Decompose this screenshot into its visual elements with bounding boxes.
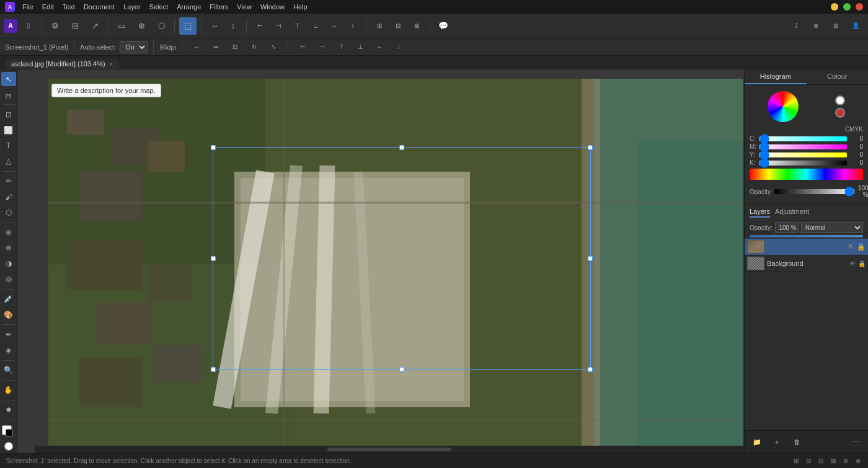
colour-tab[interactable]: Colour bbox=[807, 69, 869, 84]
menu-text[interactable]: Text bbox=[63, 3, 75, 11]
pen-tool[interactable]: ✒ bbox=[1, 327, 16, 342]
dodge-tool[interactable]: ◑ bbox=[1, 257, 16, 271]
align-center-v-tool[interactable]: ↔ bbox=[326, 17, 343, 35]
status-icon-1[interactable]: ⊞ bbox=[791, 456, 801, 466]
layers-tab[interactable]: Layers bbox=[750, 208, 770, 218]
menu-select[interactable]: Select bbox=[149, 3, 169, 11]
select-ellipse-tool[interactable]: ⊕ bbox=[133, 17, 150, 35]
status-icon-4[interactable]: ⊠ bbox=[828, 456, 838, 466]
menu-arrange[interactable]: Arrange bbox=[177, 3, 201, 11]
add-group-btn[interactable]: 📁 bbox=[748, 433, 766, 451]
hand-tool[interactable]: ✋ bbox=[1, 383, 16, 397]
export-tool[interactable]: ↗ bbox=[86, 17, 104, 35]
al-r[interactable]: ⊤ bbox=[332, 38, 350, 56]
select-poly-tool[interactable]: ⬡ bbox=[153, 17, 170, 35]
cyan-slider[interactable] bbox=[760, 136, 847, 141]
settings-tool[interactable]: ⚙ bbox=[46, 17, 64, 35]
opacity-slider[interactable] bbox=[774, 189, 854, 194]
al-l[interactable]: ⊢ bbox=[294, 38, 311, 56]
status-icon-5[interactable]: ⊕ bbox=[841, 456, 851, 466]
align-right-tool[interactable]: ⊤ bbox=[288, 17, 306, 35]
crop-tool-l[interactable]: ⊡ bbox=[1, 107, 16, 121]
menu-layer[interactable]: Layer bbox=[123, 3, 141, 11]
align-center-h-tool[interactable]: ⊣ bbox=[270, 17, 287, 35]
share-tool[interactable]: ⤴ bbox=[787, 17, 805, 35]
al-c[interactable]: ⊣ bbox=[313, 38, 330, 56]
dist-v-tool[interactable]: ⊟ bbox=[389, 17, 407, 35]
layer-options-btn[interactable]: ⋯ bbox=[847, 433, 864, 451]
align-top-tool[interactable]: ⊥ bbox=[307, 17, 324, 35]
status-icon-6[interactable]: ⊗ bbox=[853, 456, 863, 466]
node-tool-l[interactable]: ◈ bbox=[1, 343, 16, 357]
pencil-tool[interactable]: ✏ bbox=[1, 174, 16, 188]
flip-h-tool[interactable]: ↔ bbox=[206, 17, 223, 35]
erase-tool[interactable]: ⬡ bbox=[1, 205, 16, 219]
menu-filters[interactable]: Filters bbox=[210, 3, 228, 11]
delete-layer-btn[interactable]: 🗑 bbox=[788, 433, 805, 451]
al-t[interactable]: ⊥ bbox=[352, 38, 369, 56]
fill-tool[interactable]: ⬜ bbox=[1, 123, 16, 137]
close-button[interactable] bbox=[856, 3, 863, 11]
status-icon-2[interactable]: ⊟ bbox=[804, 456, 813, 466]
canvas-area[interactable]: Write a description for your map. bbox=[17, 69, 744, 453]
zoom-tool[interactable]: 🔍 bbox=[1, 363, 16, 377]
clone-tool[interactable]: ⊕ bbox=[1, 225, 16, 239]
expand-icon[interactable]: ⤡ bbox=[265, 38, 282, 56]
blur-tool[interactable]: ◎ bbox=[1, 272, 16, 286]
dist-h-tool[interactable]: ⊞ bbox=[371, 17, 388, 35]
select-tool[interactable]: ╔╗ bbox=[1, 87, 16, 102]
user-icon[interactable]: 👤 bbox=[847, 17, 864, 35]
layer-item-selected[interactable]: 👁 🔒 bbox=[745, 239, 868, 255]
dist-space-tool[interactable]: ⊠ bbox=[408, 17, 425, 35]
black-slider[interactable] bbox=[760, 161, 847, 166]
align-left-tool[interactable]: ⊢ bbox=[251, 17, 268, 35]
messenger-tool[interactable]: 💬 bbox=[435, 17, 452, 35]
background-swatch[interactable] bbox=[835, 108, 845, 118]
blend-mode-select[interactable]: Normal Multiply Screen Overlay bbox=[801, 222, 863, 233]
text-tool[interactable]: T bbox=[1, 139, 16, 153]
move-tool[interactable]: ↖ bbox=[1, 72, 16, 86]
al-m[interactable]: ↔ bbox=[371, 38, 388, 56]
al-b[interactable]: ↕ bbox=[390, 38, 407, 56]
yellow-slider[interactable] bbox=[760, 152, 847, 157]
eyedropper-tool[interactable]: 💉 bbox=[1, 292, 16, 306]
layer-vis-0[interactable]: 👁 bbox=[847, 242, 854, 251]
menu-document[interactable]: Document bbox=[84, 3, 115, 11]
histogram-tab[interactable]: Histogram bbox=[745, 69, 807, 84]
foreground-swatch[interactable] bbox=[835, 95, 845, 105]
rotate-icon[interactable]: ↻ bbox=[246, 38, 263, 56]
menu-file[interactable]: File bbox=[22, 3, 33, 11]
vector-tool[interactable]: ⬟ bbox=[1, 403, 16, 417]
maximize-button[interactable] bbox=[843, 3, 851, 11]
size-icon[interactable]: ⊡ bbox=[226, 38, 244, 56]
select-rect-tool[interactable]: ▭ bbox=[113, 17, 130, 35]
shape-tool[interactable]: △ bbox=[1, 154, 16, 169]
menu-edit[interactable]: Edit bbox=[42, 3, 54, 11]
layer-opacity-input[interactable] bbox=[775, 222, 799, 233]
menu-window[interactable]: Window bbox=[260, 3, 285, 11]
menu-help[interactable]: Help bbox=[293, 3, 308, 11]
foreground-color[interactable] bbox=[4, 442, 13, 451]
crop-tool[interactable]: ⬚ bbox=[179, 17, 197, 35]
document-tab-0[interactable]: asdasd.jpg [Modified] (103.4%) × bbox=[5, 59, 119, 69]
color-wheel[interactable] bbox=[768, 91, 799, 122]
minimize-button[interactable] bbox=[831, 3, 838, 11]
align-bottom-tool[interactable]: ↕ bbox=[344, 17, 361, 35]
history-tool[interactable]: ⊕ bbox=[807, 17, 825, 35]
tab-close-0[interactable]: × bbox=[109, 61, 113, 68]
brush-tool[interactable]: 🖌 bbox=[1, 190, 16, 204]
h-scrollbar[interactable] bbox=[35, 446, 744, 453]
layer-lock-0[interactable]: 🔒 bbox=[857, 243, 866, 251]
flip-v-tool[interactable]: ↕ bbox=[224, 17, 242, 35]
guides-tool[interactable]: ⊟ bbox=[66, 17, 84, 35]
status-icon-3[interactable]: ⊡ bbox=[816, 456, 826, 466]
h-scrollbar-thumb[interactable] bbox=[327, 448, 451, 451]
flip-icon[interactable]: ⇔ bbox=[207, 38, 224, 56]
heal-tool[interactable]: ⊗ bbox=[1, 241, 16, 255]
color-picker-tool[interactable]: 🎨 bbox=[1, 307, 16, 322]
autoselect-select[interactable]: On Off bbox=[120, 41, 148, 53]
layer-lock-bg[interactable]: 🔒 bbox=[858, 260, 866, 267]
menu-view[interactable]: View bbox=[237, 3, 252, 11]
layer-vis-bg[interactable]: 👁 bbox=[849, 260, 856, 267]
magenta-slider[interactable] bbox=[760, 144, 847, 149]
